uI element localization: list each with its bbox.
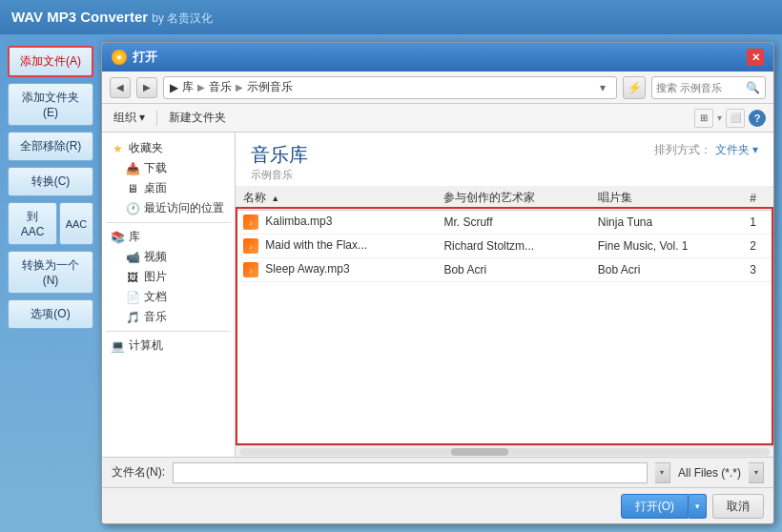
col-name[interactable]: 名称 ▲ — [236, 186, 436, 211]
nav-path[interactable]: ▶ 库 ▶ 音乐 ▶ 示例音乐 ▾ — [163, 76, 617, 99]
open-dropdown-button[interactable]: ▾ — [689, 494, 707, 519]
app-title: WAV MP3 Converter by 名贵汉化 — [11, 9, 213, 27]
left-panel: 添加文件(A) 添加文件夹(E) 全部移除(R) 转换(C) 到 AAC AAC… — [8, 42, 93, 524]
new-folder-button[interactable]: 新建文件夹 — [165, 108, 230, 128]
sort-value[interactable]: 文件夹 ▾ — [715, 142, 758, 158]
view-list-button[interactable]: ⊞ — [694, 109, 713, 128]
help-button[interactable]: ? — [749, 110, 766, 127]
app-titlebar: WAV MP3 Converter by 名贵汉化 — [0, 0, 782, 34]
hscroll-thumb[interactable] — [451, 448, 508, 456]
table-row[interactable]: ♪ Kalimba.mp3 Mr. Scruff Ninja Tuna 1 — [236, 211, 773, 235]
toolbar-bar: 组织 ▾ 新建文件夹 ⊞ ▾ ⬜ ? — [102, 104, 773, 133]
open-button[interactable]: 打开(O) — [621, 494, 689, 519]
buttons-row: 打开(O) ▾ 取消 — [102, 487, 773, 523]
dialog-titlebar: ● 打开 ✕ — [102, 43, 773, 72]
dialog-title-icon: ● — [112, 50, 127, 65]
file-name-cell: ♪ Maid with the Flax... — [236, 235, 436, 258]
favorites-children: 📥 下载 🖥 桌面 🕐 最近访问的位置 — [106, 158, 231, 218]
add-file-button[interactable]: 添加文件(A) — [8, 46, 93, 77]
tree-separator-2 — [106, 331, 231, 332]
open-btn-group: 打开(O) ▾ — [621, 494, 707, 519]
options-button[interactable]: 选项(O) — [8, 299, 93, 329]
search-icon: 🔍 — [746, 81, 760, 94]
tree-panel: ★ 收藏夹 📥 下载 🖥 桌面 — [102, 133, 236, 457]
convert-to-row: 到 AAC AAC MP3 WAV — [8, 202, 93, 245]
filename-input[interactable] — [173, 462, 648, 483]
sort-arrow-name: ▲ — [271, 194, 279, 203]
tree-item-library[interactable]: 📚 库 — [106, 227, 231, 247]
convert-button[interactable]: 转换(C) — [8, 167, 93, 196]
toolbar-divider — [156, 111, 157, 126]
recent-icon: 🕐 — [125, 201, 140, 216]
sort-control: 排列方式： 文件夹 ▾ — [654, 142, 758, 158]
table-body: ♪ Kalimba.mp3 Mr. Scruff Ninja Tuna 1 — [236, 211, 773, 282]
download-icon: 📥 — [125, 161, 140, 176]
mp3-icon: ♪ — [243, 262, 258, 277]
image-icon: 🖼 — [125, 270, 140, 285]
format-select[interactable]: AAC MP3 WAV — [59, 202, 93, 245]
search-box: 🔍 — [651, 76, 766, 99]
view-window-button[interactable]: ⬜ — [726, 109, 745, 128]
remove-all-button[interactable]: 全部移除(R) — [8, 132, 93, 161]
files-table: 名称 ▲ 参与创作的艺术家 唱片集 # — [236, 186, 773, 282]
library-section: 📚 库 📹 视频 🖼 图片 — [106, 227, 231, 327]
library-children: 📹 视频 🖼 图片 📄 文档 — [106, 247, 231, 327]
table-header: 名称 ▲ 参与创作的艺术家 唱片集 # — [236, 186, 773, 211]
tree-item-desktop[interactable]: 🖥 桌面 — [121, 178, 231, 198]
file-name-cell: ♪ Sleep Away.mp3 — [236, 258, 436, 282]
file-table: 名称 ▲ 参与创作的艺术家 唱片集 # — [236, 186, 773, 282]
nav-forward-button[interactable]: ▶ — [136, 77, 157, 98]
tree-item-recent[interactable]: 🕐 最近访问的位置 — [121, 198, 231, 218]
video-icon: 📹 — [125, 250, 140, 265]
star-icon: ★ — [110, 141, 125, 156]
nav-path-dropdown[interactable]: ▾ — [595, 80, 610, 95]
col-artist[interactable]: 参与创作的艺术家 — [436, 186, 589, 211]
filetype-dropdown[interactable]: ▾ — [749, 462, 764, 483]
col-album[interactable]: 唱片集 — [590, 186, 743, 211]
tree-item-document[interactable]: 📄 文档 — [121, 287, 231, 307]
file-list-panel: 音乐库 示例音乐 排列方式： 文件夹 ▾ — [236, 133, 773, 457]
tree-separator-1 — [106, 222, 231, 223]
organize-button[interactable]: 组织 ▾ — [110, 108, 149, 128]
nav-bar: ◀ ▶ ▶ 库 ▶ 音乐 ▶ 示例音乐 ▾ ⚡ 🔍 — [102, 72, 773, 104]
add-folder-button[interactable]: 添加文件夹(E) — [8, 83, 93, 126]
table-row[interactable]: ♪ Maid with the Flax... Richard Stoltzm.… — [236, 235, 773, 258]
filename-label: 文件名(N): — [112, 464, 165, 481]
tree-item-video[interactable]: 📹 视频 — [121, 247, 231, 267]
search-input[interactable] — [656, 82, 742, 93]
library-header: 音乐库 示例音乐 排列方式： 文件夹 ▾ — [236, 133, 773, 186]
file-table-container: 名称 ▲ 参与创作的艺术家 唱片集 # — [236, 186, 773, 445]
dialog-close-button[interactable]: ✕ — [747, 49, 764, 66]
hscroll-area — [236, 445, 773, 457]
mp3-icon: ♪ — [243, 238, 258, 254]
computer-icon: 💻 — [110, 338, 125, 354]
app-main: 添加文件(A) 添加文件夹(E) 全部移除(R) 转换(C) 到 AAC AAC… — [0, 34, 782, 532]
tree-item-computer[interactable]: 💻 计算机 — [106, 336, 231, 356]
library-subtitle: 示例音乐 — [251, 168, 308, 182]
file-name-cell: ♪ Kalimba.mp3 — [236, 211, 436, 235]
document-icon: 📄 — [125, 290, 140, 305]
hscroll-track[interactable] — [239, 448, 770, 456]
favorites-section: ★ 收藏夹 📥 下载 🖥 桌面 — [106, 138, 231, 218]
convert-one-button[interactable]: 转换为一个(N) — [8, 251, 93, 294]
tree-item-favorites[interactable]: ★ 收藏夹 — [106, 138, 231, 158]
cancel-button[interactable]: 取消 — [712, 494, 764, 519]
content-area: ★ 收藏夹 📥 下载 🖥 桌面 — [102, 133, 773, 457]
dialog-title-text: 打开 — [133, 49, 157, 66]
desktop-icon: 🖥 — [125, 181, 140, 196]
nav-refresh-button[interactable]: ⚡ — [623, 76, 646, 99]
tree-item-image[interactable]: 🖼 图片 — [121, 267, 231, 287]
filename-row: 文件名(N): ▾ All Files (*.*) ▾ — [102, 457, 773, 487]
convert-to-button[interactable]: 到 AAC — [8, 202, 57, 245]
filetype-display: All Files (*.*) — [678, 466, 741, 480]
filename-dropdown[interactable]: ▾ — [655, 462, 670, 483]
nav-back-button[interactable]: ◀ — [110, 77, 131, 98]
file-dialog: ● 打开 ✕ ◀ ▶ ▶ 库 ▶ 音乐 ▶ 示例音乐 ▾ ⚡ — [101, 42, 774, 524]
table-row[interactable]: ♪ Sleep Away.mp3 Bob Acri Bob Acri 3 — [236, 258, 773, 282]
computer-section: 💻 计算机 — [106, 336, 231, 356]
music-icon: 🎵 — [125, 310, 140, 325]
toolbar-views: ⊞ ▾ ⬜ ? — [694, 109, 766, 128]
tree-item-download[interactable]: 📥 下载 — [121, 158, 231, 178]
tree-item-music[interactable]: 🎵 音乐 — [121, 307, 231, 327]
col-num[interactable]: # — [742, 186, 773, 211]
